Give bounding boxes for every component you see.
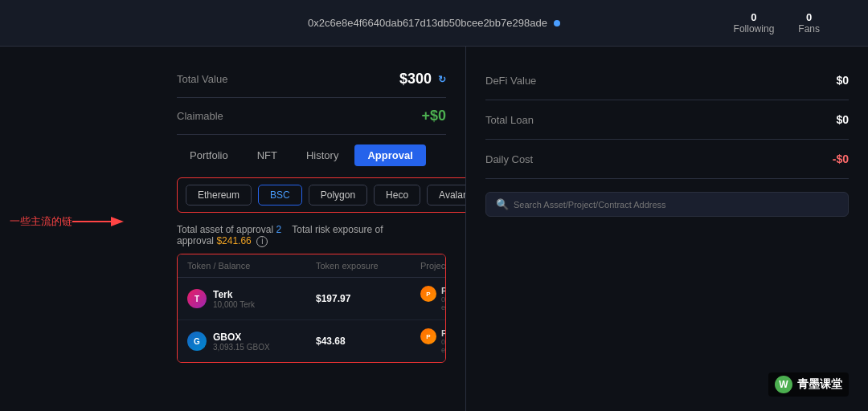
defi-value: $0: [836, 74, 849, 87]
following-count: 0: [734, 11, 775, 23]
daily-cost-label: Daily Cost: [485, 153, 533, 165]
fans-label: Fans: [798, 23, 820, 35]
search-box[interactable]: 🔍: [485, 192, 849, 217]
chain-polygon[interactable]: Polygon: [309, 185, 367, 206]
project-info-terk: P Pancake 0x10ed43c718714eb63d5aa57b78b5…: [420, 286, 446, 311]
connected-icon: [554, 20, 560, 26]
token-details-terk: Terk 10,000 Terk: [213, 289, 255, 309]
wechat-icon: W: [775, 376, 792, 393]
topbar-stats: 0 Following 0 Fans: [734, 11, 820, 35]
token-info-terk: T Terk 10,000 Terk: [187, 289, 316, 309]
main-layout: Total Value $300 ↻ Claimable +$0 Portfol…: [0, 47, 868, 411]
approval-table-wrapper: Token / Balance Token exposure Project /…: [177, 254, 446, 363]
chain-bsc[interactable]: BSC: [258, 185, 302, 206]
chain-heco[interactable]: Heco: [374, 185, 420, 206]
annotation-text: 一些主流的链: [10, 214, 72, 229]
project-details-terk: Pancake 0x10ed43c718714eb63d5aa57b78b547…: [441, 286, 446, 311]
fans-count: 0: [798, 11, 820, 23]
token-exposure-terk: $197.97: [316, 293, 420, 304]
token-icon-gbox: G: [187, 332, 207, 351]
project-info-gbox: P Pancake 0x10ed43c718714eb63d5aa57b78b5…: [420, 328, 446, 354]
fans-stat[interactable]: 0 Fans: [798, 11, 820, 35]
total-loan-label: Total Loan: [485, 114, 534, 126]
annotation-arrow: [72, 213, 129, 230]
following-stat[interactable]: 0 Following: [734, 11, 775, 35]
table-header: Token / Balance Token exposure Project /…: [178, 254, 445, 278]
right-panel: DeFi Value $0 Total Loan $0 Daily Cost -…: [466, 47, 868, 411]
defi-value-card: DeFi Value $0: [485, 61, 849, 100]
token-details-gbox: GBOX 3,093.15 GBOX: [213, 332, 270, 352]
token-exposure-gbox: $43.68: [316, 336, 420, 347]
claimable-label: Claimable: [177, 110, 223, 122]
total-value-amount: $300: [399, 71, 432, 87]
approval-total-text: Total asset of approval 2 Total risk exp…: [177, 224, 446, 247]
approval-summary: Total asset of approval 2 Total risk exp…: [177, 224, 446, 247]
token-info-gbox: G GBOX 3,093.15 GBOX: [187, 332, 316, 352]
search-icon: 🔍: [496, 198, 509, 210]
col-token-balance: Token / Balance: [187, 261, 316, 271]
total-value-card: Total Value $300 ↻: [177, 61, 446, 98]
search-input[interactable]: [514, 200, 838, 210]
table-row: G GBOX 3,093.15 GBOX $43.68 P Pancake 0x…: [178, 320, 445, 362]
tab-nft[interactable]: NFT: [244, 144, 290, 166]
approval-table: Token / Balance Token exposure Project /…: [178, 254, 445, 362]
project-details-gbox: Pancake 0x10ed43c718714eb63d5aa57b78b547…: [441, 328, 446, 354]
col-token-exposure: Token exposure: [316, 261, 420, 271]
following-label: Following: [734, 23, 775, 35]
project-icon-terk: P: [420, 286, 436, 302]
total-value: $300 ↻: [399, 71, 446, 87]
daily-cost-value: -$0: [833, 153, 849, 165]
address-text: 0x2c6e8e4f6640dab617d13db50bcee2bb7e298a…: [308, 17, 547, 29]
total-loan-card: Total Loan $0: [485, 100, 849, 140]
defi-value-label: DeFi Value: [485, 75, 536, 87]
summary-section: Total Value $300 ↻ Claimable +$0: [177, 61, 446, 135]
token-icon-terk: T: [187, 289, 207, 308]
chain-selector: Ethereum BSC Polygon Heco Avalanche: [177, 177, 466, 213]
watermark-text: 青墨课堂: [797, 377, 842, 392]
total-loan-value: $0: [836, 113, 849, 126]
chain-ethereum[interactable]: Ethereum: [186, 185, 252, 206]
tab-portfolio[interactable]: Portfolio: [177, 144, 241, 166]
topbar: 0x2c6e8e4f6640dab617d13db50bcee2bb7e298a…: [0, 0, 868, 47]
watermark: W 青墨课堂: [768, 372, 849, 397]
table-row: T Terk 10,000 Terk $197.97 P Pancake 0x1…: [178, 278, 445, 320]
chain-avalanche[interactable]: Avalanche: [427, 185, 466, 206]
total-value-label: Total Value: [177, 73, 227, 85]
info-icon[interactable]: i: [256, 236, 268, 247]
tab-history[interactable]: History: [293, 144, 351, 166]
claimable-value: +$0: [421, 108, 446, 124]
claimable-card: Claimable +$0: [177, 98, 446, 135]
wallet-address: 0x2c6e8e4f6640dab617d13db50bcee2bb7e298a…: [308, 17, 560, 29]
annotation: 一些主流的链: [10, 213, 129, 230]
tab-approval[interactable]: Approval: [354, 144, 425, 166]
refresh-icon[interactable]: ↻: [438, 74, 446, 85]
project-icon-gbox: P: [420, 328, 436, 344]
col-project-contract: Project / Contract: [420, 261, 446, 271]
tab-bar: Portfolio NFT History Approval: [177, 144, 446, 166]
daily-cost-card: Daily Cost -$0: [485, 140, 849, 179]
